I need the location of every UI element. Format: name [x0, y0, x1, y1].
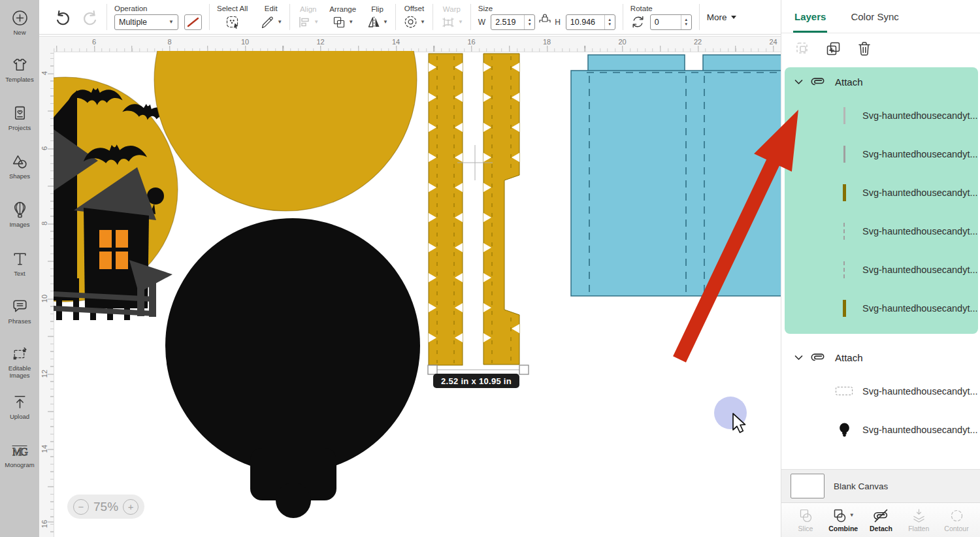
undo-button[interactable]: [54, 8, 72, 26]
zoom-level: 75%: [93, 500, 118, 514]
sidebar-item-upload[interactable]: Upload: [0, 393, 39, 420]
lock-icon[interactable]: [538, 12, 551, 24]
select-all-icon: [225, 14, 240, 30]
slice-icon: [798, 508, 813, 523]
layer-group-attach-2: Attach Svg-hauntedhousecandyt... Svg-hau…: [785, 343, 978, 449]
ruler-label: 18: [543, 38, 551, 46]
attach-paperclip-icon: [811, 77, 826, 86]
tab-color-sync[interactable]: Color Sync: [851, 0, 898, 33]
more-button[interactable]: More: [707, 12, 736, 22]
offset-button[interactable]: Offset ▼: [403, 5, 425, 29]
v-ruler: 46810121416: [39, 51, 54, 537]
rotate-label: Rotate: [630, 5, 653, 12]
trash-icon[interactable]: [857, 41, 872, 57]
ruler-label: 14: [392, 38, 400, 46]
rotate-group: Rotate ▲▼: [630, 5, 692, 30]
selection-size-tooltip: 2.52 in x 10.95 in: [433, 374, 519, 388]
ruler-label: 16: [41, 519, 48, 529]
group-header[interactable]: Attach: [785, 67, 978, 96]
ruler-label: 20: [618, 38, 626, 46]
offset-icon: [403, 14, 418, 29]
zoom-control: − 75% +: [67, 495, 144, 519]
ruler-label: 14: [41, 444, 48, 453]
layers-panel: Layers Color Sync Attach Svg-hauntedhous…: [781, 0, 980, 537]
warp-button[interactable]: Warp ▼: [440, 5, 463, 29]
layers-actionbar: Slice ▼ Combine Detach Flatten Contour: [781, 502, 980, 537]
layer-thumbnail-gold-line: [836, 184, 853, 201]
rotate-stepper-arrows[interactable]: ▲▼: [681, 15, 691, 29]
layer-row[interactable]: Svg-hauntedhousecandyt...: [785, 135, 978, 173]
blue-box-template: [571, 55, 781, 296]
slice-button[interactable]: Slice: [788, 508, 823, 532]
sidebar-item-shapes[interactable]: Shapes: [0, 153, 39, 180]
layer-row[interactable]: Svg-hauntedhousecandyt...: [785, 212, 978, 250]
multi-select-icon[interactable]: [794, 41, 810, 56]
detach-icon: [873, 508, 889, 523]
sidebar-item-phrases[interactable]: Phrases: [0, 298, 39, 325]
sidebar-item-text[interactable]: Text: [0, 250, 39, 277]
operation-dropdown[interactable]: Multiple ▼: [114, 14, 178, 30]
blank-canvas-row[interactable]: Blank Canvas: [781, 469, 980, 503]
sidebar-item-label: Text: [1, 270, 38, 277]
contour-button[interactable]: Contour: [939, 508, 974, 532]
flatten-icon: [911, 508, 926, 523]
pencil-icon: [259, 14, 275, 30]
zoom-out-button[interactable]: −: [73, 499, 89, 515]
align-button[interactable]: Align ▼: [297, 5, 319, 29]
tshirt-icon: [11, 56, 29, 74]
layer-row[interactable]: Svg-hauntedhousecandyt...: [785, 250, 978, 289]
layer-label: Svg-hauntedhousecandyt...: [862, 265, 978, 275]
layer-row[interactable]: Svg-hauntedhousecandyt...: [785, 372, 978, 410]
sidebar-item-templates[interactable]: Templates: [0, 56, 39, 83]
sidebar-item-monogram[interactable]: MG Monogram: [0, 442, 39, 468]
width-stepper-arrows[interactable]: ▲▼: [524, 15, 534, 29]
sidebar-item-new[interactable]: New: [0, 9, 39, 36]
duplicate-icon[interactable]: [825, 41, 841, 57]
chevron-down-icon[interactable]: [794, 79, 803, 85]
rotate-input[interactable]: [651, 18, 681, 27]
zoom-in-button[interactable]: +: [123, 499, 139, 515]
sidebar-item-editable-images[interactable]: Editable Images: [0, 345, 39, 379]
layer-label: Svg-hauntedhousecandyt...: [862, 187, 978, 198]
layer-row[interactable]: Svg-hauntedhousecandyt...: [785, 410, 978, 449]
sidebar-item-images[interactable]: Images: [0, 201, 39, 228]
group-header[interactable]: Attach: [785, 343, 978, 372]
canvas-artwork[interactable]: [54, 51, 781, 537]
selection-handles: [428, 365, 529, 374]
arrange-button[interactable]: Arrange ▼: [329, 5, 356, 29]
layer-thumbnail-ornament: [836, 423, 853, 437]
group-label: Attach: [835, 352, 863, 363]
combine-button[interactable]: ▼ Combine: [826, 508, 861, 532]
detach-button[interactable]: Detach: [864, 508, 899, 532]
height-stepper-arrows[interactable]: ▲▼: [604, 15, 615, 29]
flatten-button[interactable]: Flatten: [901, 508, 936, 532]
layer-thumbnail-dashed-line: [836, 261, 853, 278]
size-group: Size W ▲▼ H ▲▼: [478, 5, 615, 30]
canvas-area[interactable]: 681012141618202224 46810121416: [39, 34, 781, 537]
layer-row[interactable]: Svg-hauntedhousecandyt...: [785, 173, 978, 212]
height-input[interactable]: [566, 18, 604, 27]
layer-label: Svg-hauntedhousecandyt...: [862, 425, 978, 435]
operation-color-swatch[interactable]: [184, 14, 202, 30]
redo-button[interactable]: [81, 8, 99, 26]
gold-strip-right: [483, 54, 519, 365]
blank-canvas-swatch[interactable]: [791, 474, 825, 498]
rotate-icon[interactable]: [630, 14, 645, 29]
layer-row[interactable]: Svg-hauntedhousecandyt...: [785, 96, 978, 135]
tab-layers[interactable]: Layers: [794, 0, 826, 33]
sidebar-item-label: New: [1, 29, 38, 36]
chevron-down-icon[interactable]: [794, 355, 803, 361]
layer-row[interactable]: Svg-hauntedhousecandyt...: [785, 289, 978, 327]
projects-icon: [11, 105, 29, 122]
layer-label: Svg-hauntedhousecandyt...: [862, 303, 978, 314]
width-label: W: [478, 18, 485, 27]
size-label: Size: [478, 5, 493, 12]
width-input[interactable]: [491, 18, 524, 27]
edit-button[interactable]: Edit ▼: [259, 5, 282, 30]
sidebar-item-projects[interactable]: Projects: [0, 105, 39, 131]
layer-thumbnail-dashed-line: [836, 223, 853, 240]
ruler-label: 16: [467, 38, 475, 46]
select-all-button[interactable]: Select All: [217, 5, 248, 30]
flip-button[interactable]: Flip ▼: [367, 5, 388, 29]
operation-group: Operation Multiple ▼: [114, 5, 202, 30]
